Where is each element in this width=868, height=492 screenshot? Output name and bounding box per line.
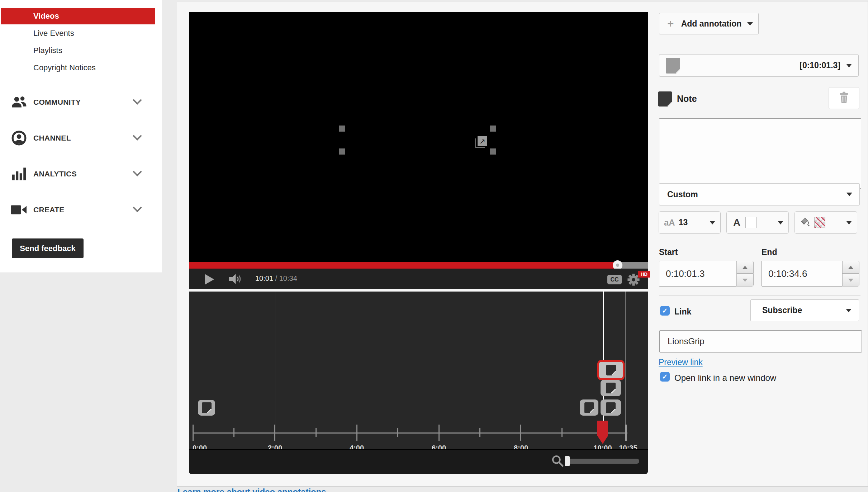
end-label: End (762, 247, 777, 257)
add-annotation-button[interactable]: + Add annotation (659, 13, 759, 34)
font-color-select[interactable]: A (726, 211, 789, 234)
caret-down-icon (747, 22, 753, 25)
link-checkbox[interactable]: ✓ (660, 306, 670, 316)
sidebar-item-label: Playlists (33, 46, 62, 55)
sidebar-item-copyright-notices[interactable]: Copyright Notices (0, 62, 162, 74)
page: Videos Live Events Playlists Copyright N… (0, 0, 868, 492)
ruler-tick (233, 428, 234, 437)
add-annotation-label: Add annotation (681, 19, 742, 29)
timeline-gridline (562, 292, 562, 433)
end-spinner-down[interactable] (842, 274, 859, 287)
start-spinner-down[interactable] (736, 274, 754, 287)
start-spinner-up[interactable] (736, 261, 754, 274)
caret-down-icon (846, 193, 852, 196)
font-size-select[interactable]: aA 13 (659, 211, 721, 234)
chevron-down-icon[interactable] (133, 131, 142, 140)
chevron-down-icon[interactable] (133, 167, 142, 176)
annotations-timeline[interactable]: 0:00 2:00 4:00 6:00 8:00 10:00 10:35 (189, 292, 648, 474)
timeline-gridline (193, 292, 193, 433)
timeline-gridline (480, 292, 480, 433)
background-color-select[interactable] (795, 211, 857, 234)
link-type-select[interactable]: Subscribe (750, 299, 859, 321)
checkbox-check-icon: ✓ (662, 373, 668, 381)
annotation-time-label: [0:10:01.3] (800, 61, 840, 70)
font-color-icon: A (733, 217, 740, 228)
progress-bar[interactable] (189, 262, 648, 269)
play-button[interactable] (205, 274, 214, 285)
note-icon (606, 365, 616, 375)
annotation-list-item[interactable]: [0:10:01.3] (659, 54, 859, 77)
note-icon (202, 402, 212, 413)
ruler-tick (397, 428, 398, 437)
playhead-pin[interactable] (597, 421, 608, 436)
caret-down-icon (846, 309, 852, 312)
playhead-pin-tip (597, 436, 608, 444)
caret-down-icon[interactable] (846, 64, 852, 67)
end-spinner-up[interactable] (842, 261, 859, 274)
sidebar-item-playlists[interactable]: Playlists (0, 44, 162, 57)
sidebar-section-create[interactable]: CREATE (0, 202, 162, 218)
ruler-tick (193, 425, 194, 441)
sidebar-section-label: ANALYTICS (33, 170, 77, 178)
annotation-marker[interactable] (601, 399, 621, 416)
chevron-down-icon[interactable] (133, 203, 142, 212)
delete-annotation-button[interactable] (829, 87, 859, 109)
divider (659, 238, 860, 238)
annotation-marker[interactable] (580, 399, 598, 416)
annotation-handle-top-right[interactable] (490, 126, 496, 132)
open-new-window-checkbox[interactable]: ✓ (660, 372, 670, 382)
link-url-input[interactable] (659, 330, 862, 353)
ruler-tick (316, 428, 317, 437)
person-circle-icon (11, 131, 27, 145)
note-icon (666, 58, 680, 74)
zoom-slider-track[interactable] (566, 459, 639, 464)
annotation-marker[interactable] (601, 380, 621, 396)
annotation-marker-selected[interactable] (597, 360, 625, 380)
timeline-gridline (398, 292, 398, 433)
divider (659, 44, 860, 44)
trash-icon (839, 91, 849, 105)
plus-icon: + (667, 19, 674, 29)
annotation-marker[interactable] (198, 400, 215, 416)
annotation-handle-top-left[interactable] (339, 126, 345, 132)
paint-bucket-icon (799, 216, 811, 229)
note-type-icon (658, 91, 672, 107)
style-preset-select[interactable]: Custom (659, 183, 860, 205)
annotation-handle-bottom-right[interactable] (490, 148, 496, 155)
sidebar-item-label: Videos (33, 11, 59, 21)
style-preset-value: Custom (667, 190, 698, 199)
video-player[interactable]: ↗ (189, 12, 648, 262)
sidebar-item-videos[interactable]: Videos (1, 8, 155, 24)
send-feedback-button[interactable]: Send feedback (12, 238, 84, 258)
link-type-value: Subscribe (762, 306, 802, 315)
sidebar: Videos Live Events Playlists Copyright N… (0, 0, 162, 273)
learn-more-link[interactable]: Learn more about video annotations (177, 487, 326, 492)
time-display: 10:01 / 10:34 (255, 274, 297, 283)
end-time-input[interactable] (762, 261, 843, 287)
chevron-down-icon[interactable] (133, 95, 142, 104)
preview-link[interactable]: Preview link (659, 358, 703, 367)
sidebar-section-label: COMMUNITY (33, 98, 81, 107)
cc-button[interactable]: CC (607, 275, 622, 284)
ruler-end-tick (625, 425, 627, 441)
annotation-type-label: Note (677, 94, 697, 104)
people-icon (11, 95, 27, 109)
note-textarea[interactable] (659, 118, 861, 189)
ruler-tick (479, 428, 480, 437)
note-icon (606, 383, 616, 393)
volume-button[interactable] (228, 274, 242, 286)
sidebar-section-community[interactable]: COMMUNITY (0, 94, 162, 110)
sidebar-section-analytics[interactable]: ANALYTICS (0, 166, 162, 182)
player-controls: 10:01 / 10:34 CC HD (189, 269, 648, 289)
ruler-tick (438, 425, 440, 441)
start-time-input[interactable] (659, 261, 737, 287)
zoom-slider-thumb[interactable] (565, 456, 570, 466)
sidebar-item-live-events[interactable]: Live Events (0, 27, 162, 39)
external-link-icon[interactable]: ↗ (478, 136, 487, 146)
timeline-gridline (439, 292, 439, 433)
sidebar-section-channel[interactable]: CHANNEL (0, 130, 162, 146)
annotation-handle-bottom-left[interactable] (339, 148, 345, 155)
duration: 10:34 (279, 274, 297, 282)
ruler-tick (520, 425, 521, 441)
magnifier-icon (551, 454, 564, 469)
